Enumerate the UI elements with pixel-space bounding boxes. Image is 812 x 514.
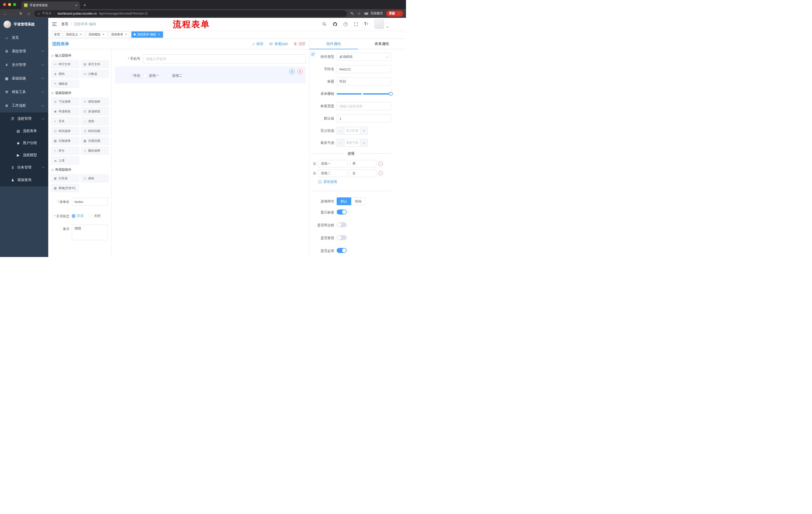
tab-component-props[interactable]: 组件属性	[310, 39, 358, 49]
sidebar-item-user-group[interactable]: ☻ 用户分组	[0, 137, 48, 149]
back-icon[interactable]: ←	[3, 11, 7, 16]
window-close-button[interactable]	[3, 3, 6, 6]
remove-option-button[interactable]: −	[378, 171, 383, 175]
new-tab-button[interactable]: +	[83, 1, 86, 9]
palette-item-time-picker[interactable]: ◴时间选择	[51, 127, 79, 135]
palette-item-upload[interactable]: ☁上传	[51, 156, 79, 164]
drag-handle-icon[interactable]: ☰	[313, 162, 316, 166]
tag-process-model[interactable]: 流程模型 ×	[86, 31, 108, 38]
home-icon[interactable]: ⌂	[26, 11, 31, 16]
stepper-minus-button[interactable]: −	[337, 139, 344, 146]
stepper-plus-button[interactable]: +	[360, 139, 368, 146]
sidebar-item-home[interactable]: ⌂ 首页	[0, 31, 48, 45]
sidebar-item-system[interactable]: ⚙ 系统管理	[0, 45, 48, 58]
tab-close-icon[interactable]: ×	[76, 3, 77, 7]
tag-process-form-edit[interactable]: 流程表单-编辑 ×	[132, 31, 163, 38]
address-bar[interactable]: ⚠ 不安全 dashboard.yudao.iocoder.cn /bpm/ma…	[34, 10, 347, 17]
palette-item-date-picker[interactable]: ▦日期选择	[51, 137, 79, 145]
clear-button[interactable]: 清空	[293, 42, 306, 46]
sidebar-item-workflow[interactable]: ≣ 工作流程	[0, 99, 48, 112]
copy-field-button[interactable]	[289, 69, 295, 75]
canvas-field-phone[interactable]: 手机号	[115, 54, 306, 63]
delete-field-button[interactable]	[297, 69, 303, 75]
slider-handle[interactable]	[389, 92, 393, 96]
tag-close-icon[interactable]: ×	[79, 33, 83, 36]
tag-process-form[interactable]: 流程表单 ×	[109, 31, 130, 38]
tag-process-definition[interactable]: 流程定义 ×	[63, 31, 85, 38]
status-radio-on[interactable]: 开启	[72, 214, 83, 218]
style-default-button[interactable]: 默认	[337, 197, 351, 205]
add-option-button[interactable]: + 添加选项	[318, 180, 391, 184]
phone-input[interactable]	[143, 54, 306, 63]
github-icon[interactable]	[332, 22, 338, 27]
sidebar-item-process-model[interactable]: ▶ 流程模型	[0, 149, 48, 161]
kebab-menu-icon[interactable]: ⋮	[397, 11, 400, 15]
stepper-minus-button[interactable]: −	[337, 127, 344, 134]
palette-item-button[interactable]: ▢按钮	[81, 174, 109, 182]
border-toggle[interactable]	[337, 222, 347, 227]
stepper-value[interactable]: 最多可选	[344, 139, 360, 146]
palette-item-single-line-text[interactable]: ▭单行文本	[51, 60, 79, 68]
stepper-plus-button[interactable]: +	[360, 127, 368, 134]
palette-item-rate[interactable]: ☆评分	[51, 146, 79, 155]
show-label-toggle[interactable]	[337, 210, 347, 215]
required-toggle[interactable]	[337, 248, 347, 253]
palette-item-editor[interactable]: ✎编辑器	[51, 80, 79, 88]
save-button[interactable]: ✓ 保存	[252, 42, 264, 46]
sidebar-item-leave-query[interactable]: ♟ 请假查询	[0, 174, 48, 186]
sidebar-item-devtools[interactable]: ⚒ 研发工具	[0, 85, 48, 99]
tag-close-icon[interactable]: ×	[124, 33, 128, 36]
stepper-value[interactable]: 至少应选	[344, 127, 360, 134]
palette-item-table[interactable]: ▦表格[开发中]	[51, 184, 79, 192]
style-button-button[interactable]: 按钮	[351, 197, 366, 205]
window-maximize-button[interactable]	[13, 3, 16, 6]
component-link-icon[interactable]	[310, 52, 315, 57]
gender-option1-checkbox[interactable]: 选项一	[143, 74, 159, 78]
sidebar-toggle-icon[interactable]	[52, 22, 57, 26]
palette-item-row-container[interactable]: ▣行容器	[51, 174, 79, 182]
form-name-input[interactable]	[72, 198, 108, 206]
default-value-input[interactable]	[337, 114, 391, 123]
font-size-icon[interactable]: TT	[364, 22, 368, 26]
browser-tab[interactable]: 芋道管理系统 ×	[22, 1, 80, 9]
view-json-button[interactable]: 查看json	[269, 42, 288, 46]
canvas-field-gender-selected[interactable]: 性别 选项一 选项二	[115, 66, 306, 83]
breadcrumb-home[interactable]: 首页	[61, 22, 68, 26]
palette-item-checkbox-group[interactable]: ☑多选框组	[81, 107, 109, 115]
tag-close-icon[interactable]: ×	[102, 33, 105, 36]
palette-item-time-range[interactable]: ◷时间范围	[81, 127, 109, 135]
option-name-input[interactable]	[318, 169, 348, 177]
tag-home[interactable]: 首页	[52, 31, 62, 38]
form-canvas[interactable]: 手机号	[112, 49, 309, 257]
form-grid-slider[interactable]	[337, 90, 391, 98]
window-minimize-button[interactable]	[8, 3, 11, 6]
form-remark-textarea[interactable]: 嘿嘿	[72, 224, 108, 240]
tab-form-props[interactable]: 表单属性	[358, 39, 406, 49]
option-name-input[interactable]	[318, 160, 348, 167]
reload-icon[interactable]: ↻	[19, 11, 23, 16]
palette-item-password[interactable]: ◈密码	[51, 70, 79, 78]
palette-item-cascader[interactable]: ⋎级联选择	[81, 98, 109, 106]
sidebar-item-payment[interactable]: ¥ 支付管理	[0, 58, 48, 72]
option-value-input[interactable]	[350, 169, 376, 177]
option-value-input[interactable]	[350, 160, 376, 167]
label-width-input[interactable]	[337, 102, 391, 110]
forward-icon[interactable]: →	[11, 11, 15, 16]
gender-option2-checkbox[interactable]: 选项二	[167, 74, 182, 78]
palette-item-multi-line-text[interactable]: ▤多行文本	[81, 60, 109, 68]
password-key-icon[interactable]	[350, 11, 354, 16]
palette-item-date-range[interactable]: ▩日期范围	[81, 137, 109, 145]
fullscreen-icon[interactable]	[354, 22, 358, 26]
sidebar-item-process-form[interactable]: ▤ 流程表单	[0, 125, 48, 137]
disabled-toggle[interactable]	[337, 235, 347, 240]
title-input[interactable]	[337, 77, 391, 85]
sidebar-item-infra[interactable]: ▦ 基础设施	[0, 72, 48, 85]
field-name-input[interactable]	[337, 65, 391, 73]
sidebar-item-task-mgmt[interactable]: ⊻ 任务管理	[0, 161, 48, 174]
tag-close-icon[interactable]: ×	[157, 33, 161, 36]
palette-item-color-picker[interactable]: ◑颜色选择	[81, 146, 109, 155]
palette-item-dropdown[interactable]: ◎下拉选择	[51, 98, 79, 106]
status-radio-off[interactable]: 关闭	[89, 214, 100, 218]
bookmark-star-icon[interactable]: ☆	[357, 11, 361, 16]
palette-item-switch[interactable]: ◐开关	[51, 117, 79, 125]
